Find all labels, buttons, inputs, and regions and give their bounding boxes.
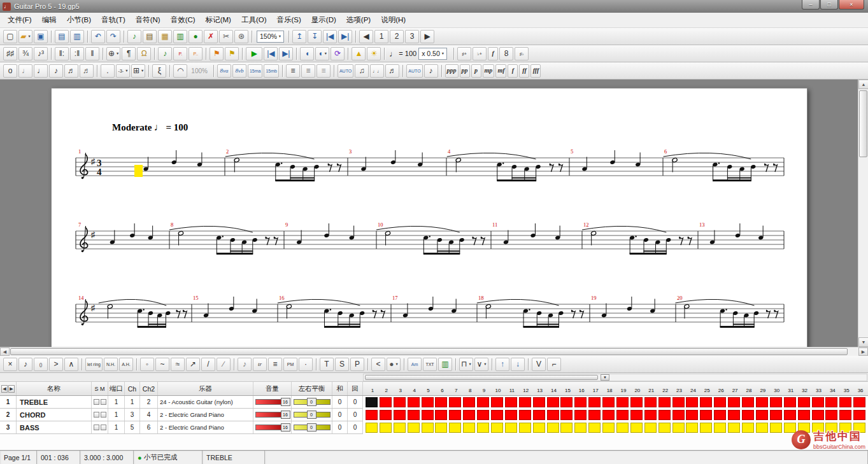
- slide-button[interactable]: /: [201, 358, 215, 371]
- track-instrument[interactable]: 2 - Electric Grand Piano: [158, 421, 253, 433]
- auto-beam-button[interactable]: AUTO: [338, 64, 353, 78]
- measure-cell[interactable]: [560, 423, 573, 433]
- sixteenth-note-button[interactable]: ♬: [64, 64, 78, 78]
- measure-cell[interactable]: [630, 397, 643, 407]
- measure-cell[interactable]: [616, 397, 629, 407]
- page-back-button[interactable]: ◀: [359, 30, 373, 43]
- tuplet-select[interactable]: -3-▾: [116, 64, 130, 78]
- wah-button[interactable]: ●▾: [387, 358, 401, 371]
- measure-cell[interactable]: [505, 397, 517, 407]
- volume-bar[interactable]: 16: [255, 412, 290, 418]
- track-row-bass[interactable]: 3BASS1562 - Electric Grand Piano16000: [0, 421, 363, 434]
- repeat-close-button[interactable]: :‖: [70, 47, 84, 60]
- semitone-up-button[interactable]: ♯+: [457, 47, 471, 60]
- menu-item-8[interactable]: 工具(O): [236, 13, 272, 27]
- measure-cell[interactable]: [477, 410, 489, 420]
- maximize-button[interactable]: □: [820, 0, 838, 10]
- menu-item-2[interactable]: 编辑: [37, 13, 62, 27]
- previous-page-button[interactable]: ↥: [292, 30, 306, 43]
- measure-cell[interactable]: [408, 397, 420, 407]
- score-information-button[interactable]: ▦: [158, 30, 172, 43]
- measure-cell[interactable]: [616, 423, 629, 433]
- pan-bar[interactable]: 0: [294, 412, 331, 418]
- metronome-button[interactable]: ▲: [352, 47, 366, 60]
- delete-button[interactable]: ✗: [204, 30, 218, 43]
- new-file-button[interactable]: ▢: [3, 30, 17, 43]
- menu-item-3[interactable]: 小节(B): [62, 13, 96, 27]
- double-bar-button[interactable]: ‖: [85, 47, 99, 60]
- pan-bar[interactable]: 0: [294, 399, 331, 405]
- align-right-button[interactable]: ≡: [317, 64, 331, 78]
- rasgueado-button[interactable]: P.: [173, 47, 187, 60]
- accent-button[interactable]: >: [49, 358, 63, 371]
- beam-notes-button[interactable]: ♫: [355, 64, 369, 78]
- popping-button[interactable]: P: [350, 358, 364, 371]
- solo-button[interactable]: [94, 399, 99, 405]
- pan-bar[interactable]: 0: [294, 425, 331, 430]
- dead-note-button[interactable]: ×: [3, 358, 17, 371]
- measure-cell[interactable]: [839, 397, 851, 407]
- measure-cell[interactable]: [602, 423, 615, 433]
- measure-cell[interactable]: [812, 410, 824, 420]
- measure-cell[interactable]: [728, 397, 740, 407]
- grid-horizontal-scrollbar[interactable]: ▼: [363, 374, 867, 381]
- dynamic-mp-button[interactable]: mp: [483, 64, 495, 78]
- measure-cell[interactable]: [435, 397, 447, 407]
- measure-cell[interactable]: [491, 410, 503, 420]
- measure-cell[interactable]: [574, 423, 587, 433]
- menu-item-11[interactable]: 选项(P): [341, 13, 376, 27]
- measure-cell[interactable]: [672, 423, 685, 433]
- measure-cell[interactable]: [714, 410, 726, 420]
- measure-cell[interactable]: [658, 410, 671, 420]
- measure-cell[interactable]: [505, 423, 517, 433]
- page-3-button[interactable]: 3: [405, 30, 419, 43]
- track-chorus[interactable]: 0: [348, 396, 363, 408]
- measure-cell[interactable]: [714, 397, 726, 407]
- measure-cell[interactable]: [366, 397, 378, 407]
- scroll-up-icon[interactable]: ▲: [858, 80, 868, 89]
- measure-cell[interactable]: [394, 410, 406, 420]
- solo-mute-buttons[interactable]: [92, 409, 108, 421]
- measure-cell[interactable]: [394, 397, 406, 407]
- upstroke-button[interactable]: ∨▾: [474, 358, 488, 371]
- measure-cell[interactable]: [588, 410, 601, 420]
- tempo-multiplier-select[interactable]: x 0.50▾: [418, 48, 447, 60]
- track-reverb[interactable]: 0: [332, 409, 348, 421]
- track-pan-slider[interactable]: 0: [292, 396, 332, 408]
- last-page-button[interactable]: ▶|: [338, 30, 352, 43]
- measure-cell[interactable]: [560, 397, 573, 407]
- measure-cell[interactable]: [435, 410, 447, 420]
- measure-cell[interactable]: [714, 423, 726, 433]
- measure-cell[interactable]: [463, 423, 475, 433]
- beam-group-button[interactable]: ♬: [385, 64, 399, 78]
- measure-cell[interactable]: [533, 423, 545, 433]
- measure-cell[interactable]: [491, 423, 503, 433]
- volume-bar[interactable]: 16: [255, 399, 290, 405]
- measure-cell[interactable]: [422, 423, 434, 433]
- measure-cell[interactable]: [784, 397, 796, 407]
- tie-button[interactable]: ◠: [173, 64, 187, 78]
- align-center-button[interactable]: ≡: [301, 64, 315, 78]
- settings-button[interactable]: ⊛: [234, 30, 248, 43]
- track-scroll-left-button[interactable]: ◀: [1, 385, 8, 393]
- track-channel2[interactable]: 2: [140, 396, 158, 408]
- dynamic-button[interactable]: f: [488, 47, 498, 60]
- stem-direction-button[interactable]: ♪: [424, 64, 438, 78]
- solo-button[interactable]: [94, 412, 99, 418]
- measure-cell[interactable]: [686, 410, 698, 420]
- cut-measure-button[interactable]: ✂: [219, 30, 233, 43]
- tuplet-button[interactable]: ♪³: [34, 47, 48, 60]
- split-beam-button[interactable]: ♩♩: [370, 64, 384, 78]
- auto-stem-button[interactable]: AUTO: [406, 64, 422, 78]
- measure-cell[interactable]: [644, 397, 657, 407]
- scroll-left-icon[interactable]: ◀: [0, 348, 10, 356]
- solo-mute-buttons[interactable]: [92, 421, 108, 433]
- measure-cell[interactable]: [686, 423, 698, 433]
- measure-cell[interactable]: [380, 410, 392, 420]
- measure-cell[interactable]: [380, 397, 392, 407]
- harmonic-button[interactable]: ◦: [140, 358, 154, 371]
- solo-button[interactable]: [94, 425, 99, 430]
- add-track-button[interactable]: ♪: [127, 30, 141, 43]
- marker-yellow-icon[interactable]: ⚑: [225, 47, 239, 60]
- menu-item-5[interactable]: 音符(N): [131, 13, 166, 27]
